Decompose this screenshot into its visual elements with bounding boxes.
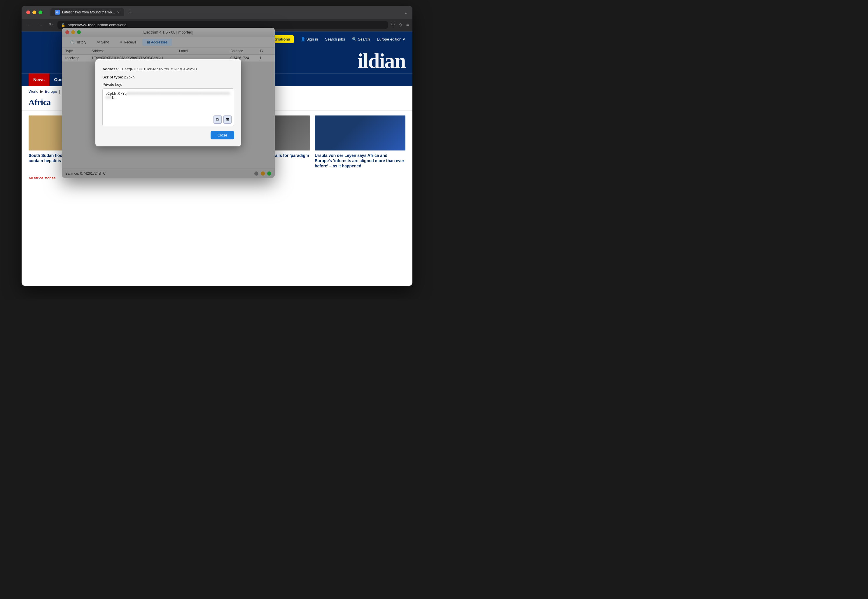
account-icon: 👤 (301, 37, 305, 41)
refresh-button[interactable]: ↻ (47, 21, 54, 29)
new-tab-button[interactable]: + (126, 9, 134, 16)
menu-icon[interactable]: ≡ (406, 22, 409, 28)
private-key-actions: ⧉ ⊞ (214, 116, 232, 123)
edition-label: Europe edition (377, 37, 401, 41)
share-icon: ✈ (399, 22, 403, 28)
chevron-down-icon: ∨ (403, 37, 405, 41)
guardian-logo: ildian (358, 49, 405, 73)
tab-news-label: News (33, 77, 45, 82)
news-card-image-3 (315, 116, 405, 151)
shield-icon: 🛡 (391, 22, 396, 28)
address-field: Address: 1EaYqRPXP31Hc8JAcXVfrcCY1ASfGGe… (102, 66, 234, 72)
script-type-label: Script type: (102, 75, 123, 79)
script-type-value: p2pkh (124, 75, 134, 79)
search-label: Search (358, 37, 370, 41)
search-jobs-link[interactable]: Search jobs (325, 37, 345, 41)
script-type-field: Script type: p2pkh (102, 74, 234, 80)
section-title: Africa (29, 98, 51, 107)
modal-actions: Close (102, 131, 234, 139)
copy-private-key-button[interactable]: ⧉ (214, 116, 222, 123)
sign-in-label: Sign in (307, 37, 318, 41)
browser-titlebar: G Latest news from around the wo... × + … (22, 6, 412, 19)
traffic-lights (26, 11, 42, 14)
private-key-label: Private key: (102, 82, 234, 87)
sign-in-link[interactable]: 👤 Sign in (301, 37, 318, 41)
forward-button[interactable]: → (36, 21, 44, 29)
tab-title: Latest news from around the wo... (62, 10, 115, 14)
close-dialog-button[interactable]: Close (211, 131, 234, 139)
window-control-icon: ⌄ (404, 10, 408, 15)
address-label: Address: (102, 67, 119, 71)
breadcrumb-europe[interactable]: Europe (45, 89, 57, 93)
breadcrumb-world[interactable]: World (29, 89, 39, 93)
edition-selector[interactable]: Europe edition ∨ (377, 37, 405, 41)
active-tab[interactable]: G Latest news from around the wo... × (50, 8, 124, 17)
toolbar-icons: 🛡 ✈ ≡ (391, 22, 409, 28)
private-key-prefix: p2pkh:QkYq (105, 92, 126, 96)
private-key-box[interactable]: p2pkh:QkYq••••••••••••••••••••••••••••••… (102, 88, 234, 126)
tab-bar: G Latest news from around the wo... × + (50, 8, 400, 17)
news-card-headline-3: Ursula von der Leyen says Africa and Eur… (315, 153, 405, 169)
search-jobs-label: Search jobs (325, 37, 345, 41)
back-button[interactable]: ← (25, 21, 33, 29)
tab-close-button[interactable]: × (117, 10, 120, 15)
tab-favicon: G (55, 10, 60, 15)
electrum-window: Electrum 4.1.5 - 08 [imported] 🕐 History… (62, 28, 275, 178)
minimize-traffic-light[interactable] (32, 11, 36, 14)
breadcrumb-sep-2: | (59, 89, 60, 93)
url-text: https://www.theguardian.com/world (68, 23, 126, 27)
modal-overlay: Address: 1EaYqRPXP31Hc8JAcXVfrcCY1ASfGGe… (62, 28, 275, 178)
search-link[interactable]: 🔍 Search (352, 37, 370, 41)
private-key-suffix: Lr (112, 96, 116, 100)
security-icon: 🔒 (61, 23, 65, 27)
search-icon: 🔍 (352, 37, 357, 41)
close-traffic-light[interactable] (26, 11, 30, 14)
address-value: 1EaYqRPXP31Hc8JAcXVfrcCY1ASfGGeMvH (120, 67, 197, 71)
fullscreen-traffic-light[interactable] (39, 11, 42, 14)
breadcrumb-sep-1: ▶ (40, 89, 43, 93)
news-card-3[interactable]: Ursula von der Leyen says Africa and Eur… (315, 116, 405, 169)
tab-news[interactable]: News (29, 74, 49, 86)
qr-code-button[interactable]: ⊞ (223, 116, 232, 123)
private-key-dialog: Address: 1EaYqRPXP31Hc8JAcXVfrcCY1ASfGGe… (95, 59, 241, 146)
